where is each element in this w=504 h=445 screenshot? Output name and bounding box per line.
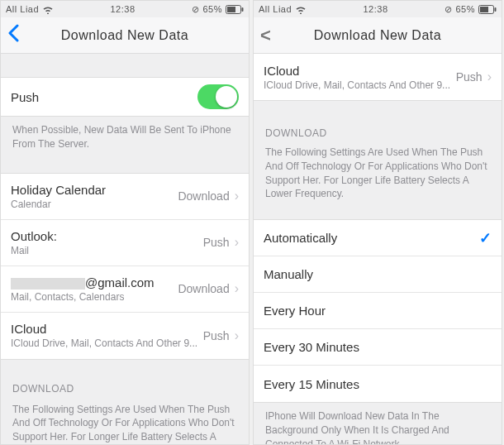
account-row-outlook[interactable]: Outlook: Mail Push › [1, 220, 249, 266]
account-sub: Calendar [11, 199, 106, 210]
carrier-label: All Liad [259, 4, 292, 14]
option-label: Every 30 Minutes [264, 340, 359, 354]
account-title: Holiday Calendar [11, 183, 106, 197]
battery-icon [226, 5, 244, 14]
content: ICloud ICloud Drive, Mail, Contacts And … [254, 54, 502, 444]
account-value: Push [203, 236, 230, 249]
option-manually[interactable]: Manually [254, 256, 502, 293]
time-label: 12:38 [364, 4, 388, 14]
battery-label: 65% [455, 4, 475, 14]
account-value: Download [178, 282, 229, 295]
push-footer: When Possible, New Data Will Be Sent To … [1, 117, 249, 158]
option-every-hour[interactable]: Every Hour [254, 293, 502, 329]
account-value: Push [203, 329, 230, 342]
svg-rect-1 [227, 7, 235, 12]
account-sub: Mail, Contacts, Calendars [11, 291, 155, 303]
screen-right: All Liad 12:38 ⊘ 65% < Download New Data… [253, 0, 502, 445]
option-label: Every 15 Minutes [264, 377, 359, 391]
download-desc: The Following Settings Are Used When The… [254, 144, 502, 208]
account-row-holiday[interactable]: Holiday Calendar Calendar Download › [1, 174, 249, 220]
account-row-icloud[interactable]: ICloud ICloud Drive, Mail, Contacts And … [1, 313, 249, 359]
option-label: Automatically [264, 231, 337, 245]
download-header: DOWNLOAD [254, 122, 502, 144]
page-title: Download New Data [314, 28, 441, 43]
push-row[interactable]: Push [1, 78, 249, 116]
push-toggle[interactable] [197, 84, 239, 109]
account-title: Outlook: [11, 229, 57, 243]
rotation-lock-icon: ⊘ [192, 4, 200, 15]
back-button[interactable] [7, 22, 19, 48]
option-every-15[interactable]: Every 15 Minutes [254, 366, 502, 402]
option-label: Every Hour [264, 304, 326, 318]
download-header: DOWNLOAD [1, 378, 249, 400]
account-value: Push [456, 70, 483, 84]
option-automatically[interactable]: Automatically ✓ [254, 220, 502, 256]
download-footer: The Following Settings Are Used When The… [1, 400, 249, 444]
bottom-footer: IPhone Will Download New Data In The Bac… [254, 403, 502, 444]
status-right: ⊘ 65% [445, 4, 497, 15]
push-label: Push [11, 90, 39, 104]
svg-rect-2 [241, 7, 243, 12]
account-title: ICloud [264, 64, 450, 78]
nav-bar: < Download New Data [254, 17, 502, 54]
account-sub: ICloud Drive, Mail, Contacts And Other 9… [264, 79, 450, 91]
account-row-gmail[interactable]: @gmail.com Mail, Contacts, Calendars Dow… [1, 266, 249, 313]
chevron-right-icon: › [487, 69, 492, 84]
account-sub: Mail [11, 245, 57, 256]
redacted-email [11, 278, 85, 289]
carrier-label: All Liad [6, 4, 39, 14]
nav-bar: Download New Data [1, 17, 249, 54]
status-left: All Liad [6, 4, 54, 14]
account-title: @gmail.com [11, 275, 155, 289]
fetch-options-group: Automatically ✓ Manually Every Hour Ever… [254, 219, 502, 403]
rotation-lock-icon: ⊘ [445, 4, 453, 15]
battery-icon [478, 5, 497, 14]
option-label: Manually [264, 267, 313, 281]
chevron-right-icon: › [235, 189, 239, 203]
checkmark-icon: ✓ [479, 229, 492, 247]
chevron-right-icon: › [235, 281, 239, 296]
status-right: ⊘ 65% [192, 4, 244, 15]
wifi-icon [295, 5, 307, 14]
status-bar: All Liad 12:38 ⊘ 65% [1, 1, 249, 17]
chevron-right-icon: › [235, 235, 239, 250]
accounts-group: Holiday Calendar Calendar Download › Out… [1, 173, 249, 360]
svg-rect-5 [494, 7, 496, 12]
svg-rect-4 [480, 7, 488, 12]
time-label: 12:38 [111, 4, 136, 14]
account-title: ICloud [11, 322, 197, 336]
battery-label: 65% [202, 4, 222, 14]
content: Push When Possible, New Data Will Be Sen… [1, 54, 249, 444]
page-title: Download New Data [61, 28, 188, 43]
option-every-30[interactable]: Every 30 Minutes [254, 329, 502, 366]
wifi-icon [42, 5, 54, 14]
account-value: Download [178, 189, 229, 203]
status-left: All Liad [259, 4, 307, 14]
account-sub: ICloud Drive, Mail, Contacts And Other 9… [11, 337, 197, 349]
icloud-group: ICloud ICloud Drive, Mail, Contacts And … [254, 54, 502, 101]
back-button[interactable]: < [260, 25, 271, 46]
account-row-icloud[interactable]: ICloud ICloud Drive, Mail, Contacts And … [254, 54, 502, 100]
status-bar: All Liad 12:38 ⊘ 65% [254, 1, 502, 17]
chevron-right-icon: › [235, 328, 239, 343]
push-group: Push [1, 77, 249, 117]
screen-left: All Liad 12:38 ⊘ 65% Download New Data P… [0, 0, 250, 445]
